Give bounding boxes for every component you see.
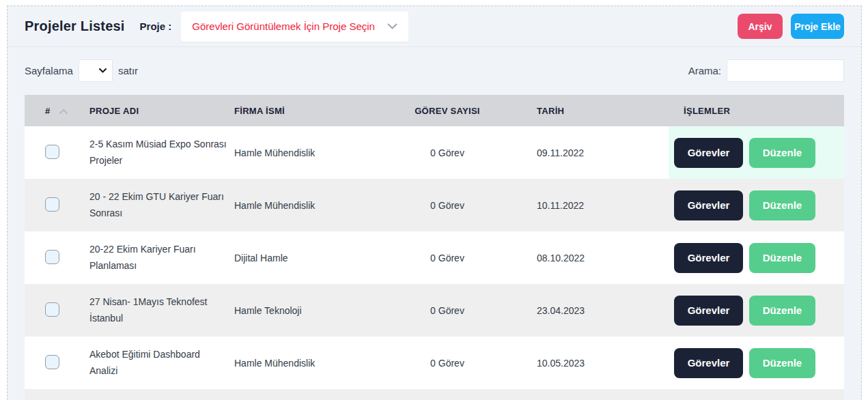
column-header-project[interactable]: PROJE ADI xyxy=(89,95,234,126)
tasks-button[interactable]: Görevler xyxy=(674,296,743,326)
project-name: 20 - 22 Ekim GTU Kariyer Fuarı Sonrası xyxy=(89,179,234,231)
edit-button[interactable]: Düzenle xyxy=(749,190,815,220)
tasks-button[interactable]: Görevler xyxy=(674,348,743,378)
tasks-button[interactable]: Görevler xyxy=(674,138,743,168)
row-checkbox[interactable] xyxy=(45,302,59,317)
task-count: 0 Görev xyxy=(373,179,522,231)
project-name: 2-5 Kasım Müsiad Expo Sonrası Projeler xyxy=(89,126,234,179)
company-name: Dijital Hamle xyxy=(234,231,373,284)
projects-table-body: 2-5 Kasım Müsiad Expo Sonrası Projeler H… xyxy=(25,126,844,400)
tasks-button[interactable]: Görevler xyxy=(674,243,743,273)
add-project-button[interactable]: Proje Ekle xyxy=(791,14,844,39)
column-header-date[interactable]: TARİH xyxy=(522,95,669,126)
edit-button[interactable]: Düzenle xyxy=(749,296,815,326)
project-name: 27 Nisan- 1Mayıs Teknofest İstanbul xyxy=(89,284,234,337)
tasks-button[interactable]: Görevler xyxy=(674,190,743,220)
project-name xyxy=(89,389,234,400)
project-name: Akebot Eğitimi Dashboard Analizi xyxy=(89,337,234,389)
actions-cell: Görevler Düzenle xyxy=(669,179,844,231)
table-row: Görevler Düzenle xyxy=(25,389,844,400)
project-date: 09.11.2022 xyxy=(522,126,669,179)
edit-button[interactable]: Düzenle xyxy=(749,348,815,378)
project-name: 20-22 Ekim Kariyer Fuarı Planlaması xyxy=(89,231,234,284)
project-date: 23.04.2023 xyxy=(522,284,669,337)
project-select[interactable]: Görevleri Görüntülemek İçin Proje Seçin xyxy=(181,12,408,42)
actions-cell: Görevler Düzenle xyxy=(669,231,844,284)
edit-button[interactable]: Düzenle xyxy=(749,243,815,273)
row-checkbox[interactable] xyxy=(45,197,59,212)
pagination-label: Sayfalama xyxy=(25,65,73,76)
company-name: Hamle Mühendislik xyxy=(234,179,373,231)
table-row: 20-22 Ekim Kariyer Fuarı Planlaması Diji… xyxy=(25,231,844,284)
archive-button[interactable]: Arşiv xyxy=(738,14,783,39)
chevron-down-icon xyxy=(99,68,107,73)
pagination-suffix: satır xyxy=(118,65,138,76)
task-count: 0 Görev xyxy=(373,284,522,337)
card-header: Projeler Listesi Proje : Görevleri Görün… xyxy=(8,6,861,47)
row-checkbox[interactable] xyxy=(45,355,59,369)
company-name: Hamle Mühendislik xyxy=(234,337,373,389)
project-date xyxy=(522,389,669,400)
column-header-tasks[interactable]: GÖREV SAYISI xyxy=(373,95,522,126)
actions-cell: Görevler Düzenle xyxy=(669,337,844,389)
task-count xyxy=(373,389,522,400)
project-date: 10.05.2023 xyxy=(522,337,669,389)
task-count: 0 Görev xyxy=(373,337,522,389)
table-row: 20 - 22 Ekim GTU Kariyer Fuarı Sonrası H… xyxy=(25,179,844,231)
projects-card: Projeler Listesi Proje : Görevleri Görün… xyxy=(7,5,862,400)
project-select-label: Proje : xyxy=(140,20,172,32)
actions-cell: Görevler Düzenle xyxy=(669,126,844,179)
project-date: 08.10.2022 xyxy=(522,231,669,284)
search-label: Arama: xyxy=(688,65,721,76)
column-header-company[interactable]: FİRMA İSMİ xyxy=(234,95,373,126)
column-header-num-label: # xyxy=(45,106,51,116)
task-count: 0 Görev xyxy=(373,126,522,179)
company-name: Hamle Mühendislik xyxy=(234,126,373,179)
sort-asc-icon xyxy=(59,109,68,114)
table-row: 2-5 Kasım Müsiad Expo Sonrası Projeler H… xyxy=(25,126,844,179)
row-checkbox[interactable] xyxy=(45,145,59,159)
project-date: 10.11.2022 xyxy=(522,179,669,231)
table-row: 27 Nisan- 1Mayıs Teknofest İstanbul Haml… xyxy=(25,284,844,337)
row-checkbox[interactable] xyxy=(45,250,59,264)
search-control: Arama: xyxy=(688,59,844,82)
table-toolbar: Sayfalama satır Arama: xyxy=(8,47,861,95)
task-count: 0 Görev xyxy=(373,231,522,284)
table-row: Akebot Eğitimi Dashboard Analizi Hamle M… xyxy=(25,337,844,389)
chevron-down-icon xyxy=(387,23,397,29)
edit-button[interactable]: Düzenle xyxy=(749,138,815,168)
column-header-actions[interactable]: İŞLEMLER xyxy=(669,95,844,126)
page-length-control: Sayfalama satır xyxy=(25,59,138,82)
actions-cell: Görevler Düzenle xyxy=(669,389,844,400)
company-name: Hamle Teknoloji xyxy=(234,284,373,337)
table-header-row: # PROJE ADI FİRMA İSMİ GÖREV SAYISI TARİ… xyxy=(25,95,844,126)
project-select-value: Görevleri Görüntülemek İçin Proje Seçin xyxy=(192,20,375,32)
actions-cell: Görevler Düzenle xyxy=(669,284,844,337)
page-title: Projeler Listesi xyxy=(25,18,125,34)
column-header-num[interactable]: # xyxy=(25,95,89,126)
company-name xyxy=(234,389,373,400)
search-input[interactable] xyxy=(727,59,844,82)
page-length-select[interactable] xyxy=(79,59,113,82)
projects-table: # PROJE ADI FİRMA İSMİ GÖREV SAYISI TARİ… xyxy=(25,95,844,400)
